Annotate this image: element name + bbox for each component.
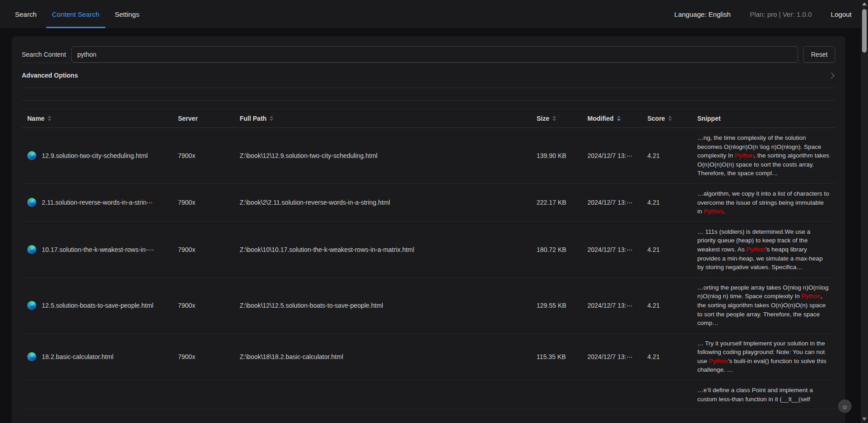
modified-cell: 2024/12/7 13:⋯ bbox=[582, 199, 642, 206]
name-cell: 2.11.solution-reverse-words-in-a-strin⋯ bbox=[22, 198, 173, 207]
edge-browser-icon bbox=[27, 352, 36, 361]
modified-cell: 2024/12/7 13:⋯ bbox=[582, 353, 642, 360]
table-row[interactable]: 18.2.basic-calculator.html 7900x Z:\book… bbox=[22, 334, 835, 380]
highlighted-keyword: Python bbox=[709, 358, 728, 364]
sort-icon bbox=[270, 116, 273, 121]
results-table-body: 12.9.solution-two-city-scheduling.html 7… bbox=[22, 128, 835, 409]
table-row[interactable]: 10.17.solution-the-k-weakest-rows-in-⋯ 7… bbox=[22, 222, 835, 278]
results-table-header: NameServerFull PathSizeModifiedScoreSnip… bbox=[22, 109, 835, 128]
server-cell: 7900x bbox=[173, 302, 234, 309]
score-cell: 4.21 bbox=[642, 152, 692, 159]
modified-cell: 2024/12/7 13:⋯ bbox=[582, 302, 642, 309]
search-content-input[interactable] bbox=[71, 46, 798, 63]
highlighted-keyword: Python bbox=[735, 152, 754, 159]
tab-search[interactable]: Search bbox=[7, 0, 44, 28]
server-cell: 7900x bbox=[173, 152, 234, 159]
modified-cell: 2024/12/7 13:⋯ bbox=[582, 152, 642, 159]
column-label: Size bbox=[537, 115, 549, 122]
column-header-snippet: Snippet bbox=[692, 115, 835, 122]
file-name[interactable]: 12.9.solution-two-city-scheduling.html bbox=[42, 152, 148, 159]
column-header-size[interactable]: Size bbox=[531, 115, 582, 122]
server-cell: 7900x bbox=[173, 246, 234, 253]
column-label: Server bbox=[178, 115, 198, 122]
edge-browser-icon bbox=[27, 198, 36, 207]
column-header-modified[interactable]: Modified bbox=[582, 115, 642, 122]
column-header-score[interactable]: Score bbox=[642, 115, 692, 122]
column-label: Snippet bbox=[697, 115, 720, 122]
column-label: Modified bbox=[587, 115, 614, 122]
server-cell: 7900x bbox=[173, 199, 234, 206]
highlighted-keyword: Python bbox=[802, 293, 821, 300]
highlighted-keyword: Python bbox=[704, 208, 723, 215]
full-path-cell: Z:\book\18\18.2.basic-calculator.html bbox=[234, 353, 531, 360]
full-path-cell: Z:\book\10\10.17.solution-the-k-weakest-… bbox=[234, 246, 531, 253]
size-cell: 139.90 KB bbox=[531, 152, 582, 159]
full-path-cell: Z:\book\12\12.5.solution-boats-to-save-p… bbox=[234, 302, 531, 309]
score-cell: 4.21 bbox=[642, 199, 692, 206]
full-path-cell: Z:\book\2\2.11.solution-reverse-words-in… bbox=[234, 199, 531, 206]
vertical-scrollbar[interactable] bbox=[861, 0, 868, 423]
column-header-name[interactable]: Name bbox=[22, 115, 173, 122]
chevron-right-icon bbox=[829, 73, 834, 79]
name-cell: 12.5.solution-boats-to-save-people.html bbox=[22, 301, 173, 310]
size-cell: 222.17 KB bbox=[531, 199, 582, 206]
file-name[interactable]: 12.5.solution-boats-to-save-people.html bbox=[42, 302, 153, 309]
full-path-cell: Z:\book\12\12.9.solution-two-city-schedu… bbox=[234, 152, 531, 159]
theme-sun-icon: ☼ bbox=[842, 403, 848, 410]
name-cell: 18.2.basic-calculator.html bbox=[22, 352, 173, 361]
score-cell: 4.21 bbox=[642, 246, 692, 253]
edge-browser-icon bbox=[27, 151, 36, 160]
sort-icon bbox=[552, 116, 556, 121]
divider bbox=[22, 100, 835, 101]
column-label: Full Path bbox=[240, 115, 266, 122]
snippet-cell: …orting the people array takes O(nlog n)… bbox=[692, 278, 835, 333]
score-cell: 4.21 bbox=[642, 353, 692, 360]
tab-settings[interactable]: Settings bbox=[107, 0, 147, 28]
table-row[interactable]: 12.5.solution-boats-to-save-people.html … bbox=[22, 278, 835, 334]
file-name[interactable]: 2.11.solution-reverse-words-in-a-strin⋯ bbox=[42, 199, 153, 206]
tab-content-search[interactable]: Content Search bbox=[44, 0, 107, 28]
theme-toggle-button[interactable]: ☼ bbox=[838, 399, 852, 413]
search-form-row: Search Content Reset bbox=[22, 36, 835, 63]
snippet-cell: …e’ll define a class Point and implement… bbox=[692, 380, 835, 409]
logout-button[interactable]: Logout bbox=[831, 10, 852, 18]
size-cell: 115.35 KB bbox=[531, 353, 582, 360]
column-label: Score bbox=[647, 115, 665, 122]
search-content-label: Search Content bbox=[22, 51, 66, 58]
top-navigation: Search Content Search Settings Language:… bbox=[0, 0, 868, 28]
snippet-cell: …algorithm, we copy it into a list of ch… bbox=[692, 184, 835, 221]
sort-icon bbox=[668, 116, 672, 121]
snippet-cell: … 111s (soldiers) is determined.We use a… bbox=[692, 222, 835, 277]
snippet-cell: …ng, the time complexity of the solution… bbox=[692, 128, 835, 183]
size-cell: 129.55 KB bbox=[531, 302, 582, 309]
edge-browser-icon bbox=[27, 245, 36, 254]
nav-right-group: Language: English Plan: pro | Ver: 1.0.0… bbox=[674, 0, 852, 28]
nav-tabs: Search Content Search Settings bbox=[7, 0, 147, 28]
scrollbar-thumb[interactable] bbox=[862, 9, 867, 53]
column-header-path[interactable]: Full Path bbox=[234, 115, 531, 122]
advanced-options-label: Advanced Options bbox=[22, 72, 78, 79]
sort-icon bbox=[48, 116, 51, 121]
scroll-down-arrow-icon[interactable] bbox=[862, 418, 867, 421]
advanced-options-toggle[interactable]: Advanced Options bbox=[22, 63, 835, 88]
modified-cell: 2024/12/7 13:⋯ bbox=[582, 246, 642, 253]
results-table: NameServerFull PathSizeModifiedScoreSnip… bbox=[22, 108, 835, 409]
server-cell: 7900x bbox=[173, 353, 234, 360]
reset-button[interactable]: Reset bbox=[803, 46, 835, 63]
file-name[interactable]: 10.17.solution-the-k-weakest-rows-in-⋯ bbox=[42, 246, 154, 253]
highlighted-keyword: Python bbox=[746, 246, 765, 253]
table-row[interactable]: 12.9.solution-two-city-scheduling.html 7… bbox=[22, 128, 835, 184]
file-name[interactable]: 18.2.basic-calculator.html bbox=[42, 353, 113, 360]
sort-icon bbox=[617, 116, 621, 121]
language-selector[interactable]: Language: English bbox=[674, 10, 730, 18]
plan-version-label: Plan: pro | Ver: 1.0.0 bbox=[750, 10, 812, 18]
content-search-card: Search Content Reset Advanced Options Na… bbox=[12, 36, 845, 423]
table-row[interactable]: 2.11.solution-reverse-words-in-a-strin⋯ … bbox=[22, 184, 835, 222]
table-row[interactable]: …e’ll define a class Point and implement… bbox=[22, 380, 835, 409]
name-cell: 10.17.solution-the-k-weakest-rows-in-⋯ bbox=[22, 245, 173, 254]
column-header-server: Server bbox=[173, 115, 234, 122]
score-cell: 4.21 bbox=[642, 302, 692, 309]
scroll-up-arrow-icon[interactable] bbox=[862, 2, 867, 5]
snippet-cell: … Try it yourself Implement your solutio… bbox=[692, 334, 835, 380]
name-cell: 12.9.solution-two-city-scheduling.html bbox=[22, 151, 173, 160]
